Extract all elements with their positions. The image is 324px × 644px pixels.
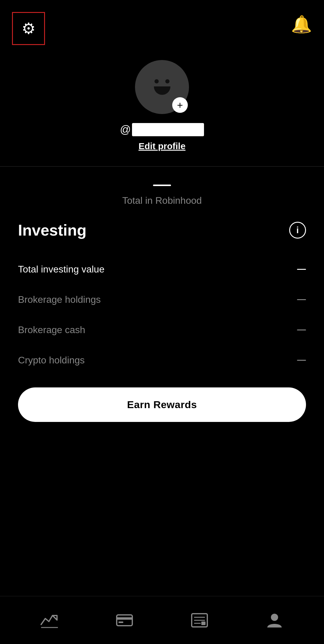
person-icon xyxy=(266,612,284,628)
avatar-face xyxy=(154,79,170,95)
brokerage-cash-label: Brokerage cash xyxy=(18,324,85,336)
avatar-mouth xyxy=(154,86,170,95)
nav-news[interactable] xyxy=(162,612,237,628)
svg-rect-3 xyxy=(118,621,123,623)
username-row: @ xyxy=(120,123,204,136)
crypto-holdings-label: Crypto holdings xyxy=(18,355,85,366)
nav-account[interactable] xyxy=(87,612,162,628)
brokerage-holdings-label: Brokerage holdings xyxy=(18,294,101,305)
total-investing-label: Total investing value xyxy=(18,264,104,275)
brokerage-holdings-value xyxy=(297,299,306,300)
info-button[interactable]: i xyxy=(289,222,306,239)
earn-rewards-button[interactable]: Earn Rewards xyxy=(18,387,306,422)
settings-button[interactable]: ⚙ xyxy=(12,12,45,45)
investing-title: Investing xyxy=(18,221,86,239)
crypto-holdings-value xyxy=(297,360,306,361)
svg-rect-1 xyxy=(117,615,132,626)
total-dash xyxy=(153,185,171,186)
bottom-nav xyxy=(0,596,324,644)
card-icon xyxy=(116,612,134,628)
username-redacted xyxy=(132,123,204,136)
edit-profile-link[interactable]: Edit profile xyxy=(139,141,186,151)
investing-header: Investing i xyxy=(18,221,306,239)
add-photo-button[interactable]: + xyxy=(172,97,188,113)
brokerage-cash-row: Brokerage cash xyxy=(18,315,306,345)
bell-icon[interactable]: 🔔 xyxy=(291,14,312,34)
total-label: Total in Robinhood xyxy=(18,195,306,206)
svg-rect-2 xyxy=(117,617,132,620)
avatar-eye-left xyxy=(154,79,159,83)
svg-point-9 xyxy=(271,614,278,621)
profile-section: + @ Edit profile xyxy=(0,51,324,166)
total-investing-row: Total investing value xyxy=(18,254,306,284)
chart-icon xyxy=(40,612,58,628)
at-symbol: @ xyxy=(120,123,131,136)
news-icon xyxy=(190,612,208,628)
brokerage-holdings-row: Brokerage holdings xyxy=(18,284,306,315)
avatar-eye-right xyxy=(165,79,170,83)
header: ⚙ 🔔 xyxy=(0,0,324,51)
nav-profile[interactable] xyxy=(237,612,312,628)
holdings-section: Total in Robinhood Investing i Total inv… xyxy=(0,167,324,434)
avatar-eyes xyxy=(154,79,170,83)
brokerage-cash-value xyxy=(297,330,306,330)
total-investing-value xyxy=(297,269,306,270)
gear-icon: ⚙ xyxy=(22,20,36,38)
nav-home[interactable] xyxy=(12,612,87,628)
avatar-wrapper: + xyxy=(135,60,189,114)
total-bar xyxy=(18,185,306,186)
crypto-holdings-row: Crypto holdings xyxy=(18,345,306,375)
svg-rect-8 xyxy=(201,621,206,625)
